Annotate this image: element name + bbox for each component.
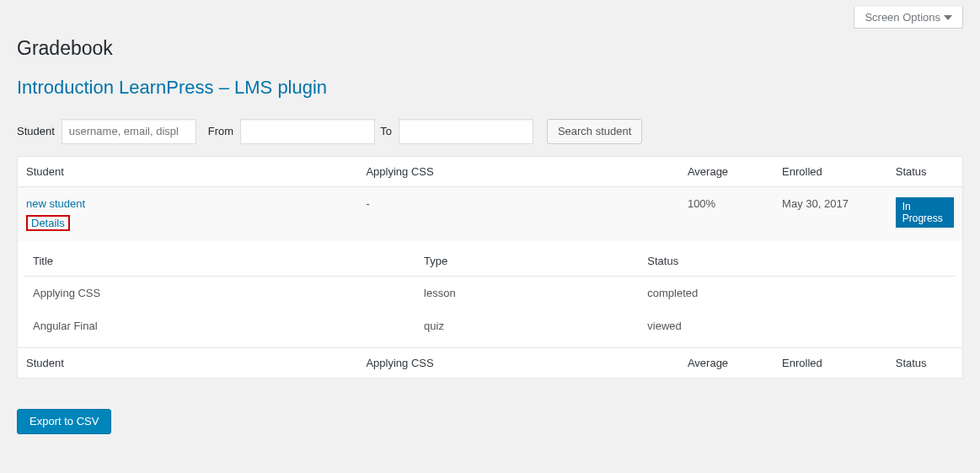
student-label: Student (17, 125, 55, 137)
caret-down-icon (944, 13, 952, 22)
export-csv-button[interactable]: Export to CSV (17, 409, 111, 434)
student-name-link[interactable]: new student (26, 197, 85, 210)
cell-applying-css: - (357, 186, 678, 241)
from-input[interactable] (240, 119, 375, 144)
cell-enrolled: May 30, 2017 (774, 186, 887, 241)
cell-average: 100% (679, 186, 774, 241)
screen-options-button[interactable]: Screen Options (854, 7, 963, 29)
details-highlight: Details (26, 215, 70, 231)
details-col-title: Title (24, 246, 415, 277)
student-input[interactable] (62, 119, 196, 144)
details-table: Title Type Status Applying CSS lesson co… (24, 246, 956, 342)
col-header-average[interactable]: Average (679, 156, 774, 186)
details-cell-title: Applying CSS (24, 276, 415, 309)
details-cell-title: Angular Final (24, 309, 415, 342)
details-cell-status: viewed (639, 309, 956, 342)
details-col-status: Status (639, 246, 956, 277)
col-header-status[interactable]: Status (887, 156, 963, 186)
col-footer-status[interactable]: Status (887, 347, 963, 378)
col-footer-enrolled[interactable]: Enrolled (774, 347, 887, 378)
col-footer-student[interactable]: Student (18, 347, 358, 378)
details-cell-type: lesson (415, 276, 639, 309)
screen-options-label: Screen Options (865, 11, 940, 24)
to-label: To (380, 125, 392, 137)
from-label: From (208, 125, 233, 137)
gradebook-table: Student Applying CSS Average Enrolled St… (17, 156, 963, 379)
col-header-student[interactable]: Student (18, 156, 358, 186)
col-footer-average[interactable]: Average (679, 347, 774, 378)
search-student-button[interactable]: Search student (547, 119, 642, 144)
col-header-applying-css[interactable]: Applying CSS (357, 156, 678, 186)
details-row: Title Type Status Applying CSS lesson co… (18, 241, 963, 348)
col-header-enrolled[interactable]: Enrolled (774, 156, 887, 186)
table-row: new student Details - 100% May 30, 2017 … (18, 186, 963, 241)
details-cell-status: completed (639, 276, 956, 309)
details-col-type: Type (415, 246, 639, 277)
details-table-row: Angular Final quiz viewed (24, 309, 956, 342)
details-table-row: Applying CSS lesson completed (24, 276, 956, 309)
course-title-link[interactable]: Introduction LearnPress – LMS plugin (17, 77, 327, 98)
page-title: Gradebook (17, 29, 963, 65)
details-cell-type: quiz (415, 309, 639, 342)
status-badge: In Progress (896, 197, 954, 228)
to-input[interactable] (399, 119, 533, 144)
col-footer-applying-css[interactable]: Applying CSS (357, 347, 678, 378)
filter-bar: Student From To Search student (17, 119, 963, 144)
details-link[interactable]: Details (31, 217, 65, 229)
